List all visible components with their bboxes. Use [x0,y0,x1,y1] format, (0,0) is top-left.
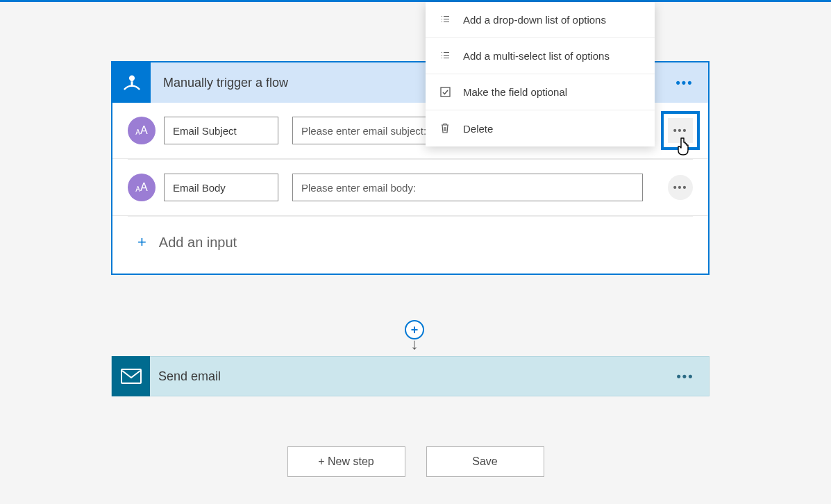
save-button[interactable]: Save [426,446,544,477]
param-name-input-subject[interactable] [164,117,278,144]
connector: + ↓ [404,320,425,351]
trash-icon [438,123,452,134]
menu-label: Delete [463,123,493,135]
param-more-subject[interactable]: ••• [668,118,693,143]
multiselect-icon [438,51,452,61]
menu-delete[interactable]: Delete [426,110,655,146]
menu-label: Add a multi-select list of options [463,50,610,62]
list-icon [438,15,452,25]
svg-rect-1 [121,369,141,383]
trigger-more-button[interactable]: ••• [671,76,698,90]
mail-icon [112,356,150,396]
param-row-body: AA ••• [112,160,708,216]
text-type-icon: AA [128,117,156,144]
text-type-icon: AA [128,174,156,201]
footer-buttons: + New step Save [0,446,831,477]
add-input-label: Add an input [159,235,237,251]
menu-label: Add a drop-down list of options [463,14,606,26]
arrow-down-icon: ↓ [411,338,419,351]
action-title: Send email [150,369,671,384]
checkbox-icon [438,87,452,97]
param-more-body[interactable]: ••• [668,175,693,200]
param-name-input-body[interactable] [164,174,278,201]
menu-add-multiselect[interactable]: Add a multi-select list of options [426,38,655,74]
menu-make-optional[interactable]: Make the field optional [426,74,655,110]
app-topbar [0,0,831,2]
param-value-input-body[interactable] [292,174,643,201]
trigger-icon [112,62,151,103]
param-context-menu: Add a drop-down list of options Add a mu… [426,2,655,146]
action-card[interactable]: Send email ••• [111,356,710,396]
plus-icon: + [137,233,146,251]
menu-add-dropdown[interactable]: Add a drop-down list of options [426,2,655,38]
action-more-button[interactable]: ••• [671,369,699,384]
menu-label: Make the field optional [463,86,567,98]
add-input-button[interactable]: + Add an input [112,217,708,274]
new-step-button[interactable]: + New step [287,446,405,477]
svg-rect-2 [441,87,450,96]
